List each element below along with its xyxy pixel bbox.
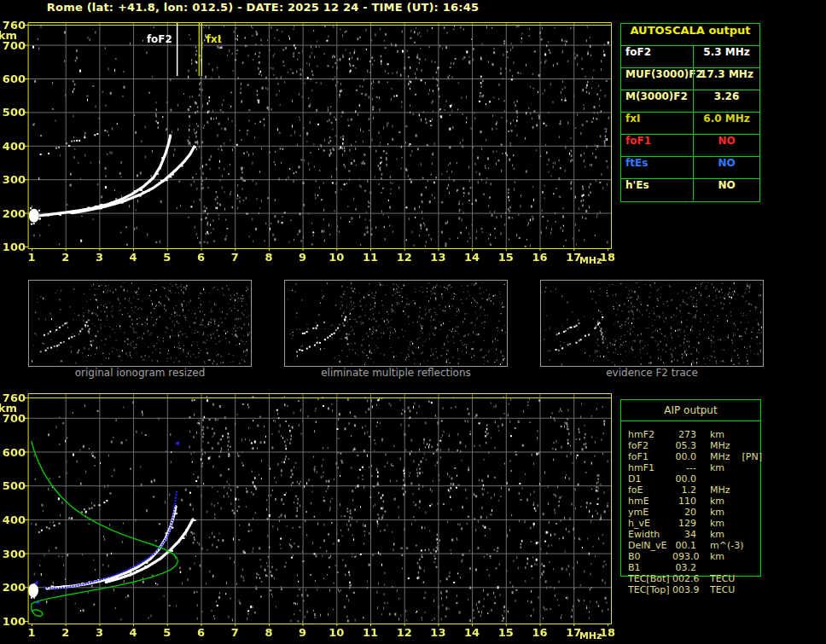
row-value: NO — [693, 135, 759, 156]
aip-row-foe: foE1.2MHz — [628, 484, 760, 496]
aip-row-b0: B0093.0km — [628, 551, 760, 562]
row-value: 20 — [672, 507, 696, 518]
row-unit: MHz — [696, 440, 730, 451]
aip-row-hmf1: hmF1---km — [628, 462, 760, 473]
row-unit: MHz — [696, 484, 730, 496]
row-unit: km — [696, 507, 724, 518]
row-value: 05.3 — [672, 440, 696, 451]
aip-table-header: AIP output — [621, 400, 760, 421]
row-unit: km — [696, 429, 724, 440]
row-value: 002.6 — [672, 573, 696, 584]
autoscala-output-table: AUTOSCALA output foF2 5.3 MHz MUF(3000)F… — [620, 23, 760, 202]
row-unit: km — [696, 462, 724, 473]
row-unit: m^(-3) — [696, 540, 743, 551]
row-label: TEC[Bot] — [628, 573, 672, 584]
aip-row-fof2: foF205.3MHz — [628, 440, 760, 451]
aip-row-ewidth: Ewidth34km — [628, 529, 760, 540]
aip-row-hve: h_vE129km — [628, 518, 760, 529]
row-label: B1 — [628, 562, 672, 573]
aip-row-yme: ymE20km — [628, 507, 760, 518]
aip-row-tecbot: TEC[Bot]002.6TECU — [628, 573, 760, 584]
row-value: 3.26 — [693, 90, 759, 112]
row-value: 273 — [672, 429, 696, 440]
row-label: foF1 — [621, 135, 693, 156]
row-unit: MHz — [696, 451, 730, 462]
aip-row-fof1: foF100.0MHz[PN] — [628, 451, 760, 462]
row-unit: TECU — [696, 584, 735, 595]
row-label: foF2 — [628, 440, 672, 451]
row-unit: km — [696, 529, 724, 540]
aip-row-hmf2: hmF2273km — [628, 429, 760, 440]
row-label: B0 — [628, 551, 672, 562]
table-row-muf3000f2: MUF(3000)F2 17.3 MHz — [621, 68, 759, 90]
thumbnail-eliminate-reflections — [284, 280, 508, 367]
row-value: 093.0 — [672, 551, 696, 562]
row-label: ftEs — [621, 157, 693, 178]
aip-row-delnve: DelN_vE00.1m^(-3) — [628, 540, 760, 551]
row-value: 5.3 MHz — [693, 46, 759, 67]
aip-row-b1: B103.2 — [628, 562, 760, 573]
row-value: 00.0 — [672, 473, 696, 484]
aip-row-tectop: TEC[Top]003.9TECU — [628, 584, 760, 595]
row-value: 6.0 MHz — [693, 113, 759, 134]
row-value: 17.3 MHz — [693, 68, 759, 90]
row-value: 129 — [672, 518, 696, 529]
station-title: Rome (lat: +41.8, lon: 012.5) - DATE: 20… — [0, 1, 526, 14]
row-label: hmF2 — [628, 429, 672, 440]
row-unit: km — [696, 496, 724, 507]
row-unit: TECU — [696, 573, 735, 584]
row-value: NO — [693, 157, 759, 178]
thumbnail-caption: eliminate multiple reflections — [284, 367, 508, 379]
row-label: hmE — [628, 496, 672, 507]
aip-rows: hmF2273km foF205.3MHz foF100.0MHz[PN] hm… — [621, 421, 760, 595]
row-value: 1.2 — [672, 484, 696, 496]
row-label: foF1 — [628, 451, 672, 462]
row-label: hmF1 — [628, 462, 672, 473]
row-value: NO — [693, 179, 759, 200]
thumbnail-caption: original ionogram resized — [28, 367, 252, 379]
autoscala-table-header: AUTOSCALA output — [621, 24, 759, 46]
row-label: ymE — [628, 507, 672, 518]
table-row-fof1: foF1 NO — [621, 135, 759, 157]
row-label: fxI — [621, 113, 693, 134]
table-row-m3000f2: M(3000)F2 3.26 — [621, 90, 759, 113]
autoscala-app-window: Rome (lat: +41.8, lon: 012.5) - DATE: 20… — [0, 0, 826, 644]
row-value: 003.9 — [672, 584, 696, 595]
row-label: h_vE — [628, 518, 672, 529]
row-unit: km — [696, 551, 724, 562]
row-unit: km — [696, 518, 724, 529]
row-label: h'Es — [621, 179, 693, 200]
aip-row-hme: hmE110km — [628, 496, 760, 507]
row-label: foE — [628, 484, 672, 496]
row-value: 110 — [672, 496, 696, 507]
thumbnail-original-ionogram — [28, 280, 252, 367]
thumbnail-caption: evidence F2 trace — [540, 367, 764, 379]
table-row-hes: h'Es NO — [621, 179, 759, 200]
row-value: 34 — [672, 529, 696, 540]
row-label: Ewidth — [628, 529, 672, 540]
table-row-fof2: foF2 5.3 MHz — [621, 46, 759, 68]
thumbnail-evidence-f2-trace — [540, 280, 764, 367]
row-value: --- — [672, 462, 696, 473]
table-row-ftes: ftEs NO — [621, 157, 759, 179]
row-value: 00.1 — [672, 540, 696, 551]
row-note: [PN] — [730, 451, 762, 462]
row-label: DelN_vE — [628, 540, 672, 551]
table-row-fxi: fxI 6.0 MHz — [621, 113, 759, 135]
bottom-ionogram-canvas — [0, 391, 618, 641]
aip-output-table: AIP output hmF2273km foF205.3MHz foF100.… — [620, 399, 761, 577]
row-unit — [696, 562, 710, 573]
row-label: MUF(3000)F2 — [621, 68, 693, 90]
row-label: M(3000)F2 — [621, 90, 693, 112]
top-ionogram-canvas — [0, 15, 618, 268]
row-value: 03.2 — [672, 562, 696, 573]
row-label: TEC[Top] — [628, 584, 672, 595]
row-unit — [696, 473, 710, 484]
row-value: 00.0 — [672, 451, 696, 462]
aip-row-d1: D100.0 — [628, 473, 760, 484]
row-label: D1 — [628, 473, 672, 484]
row-label: foF2 — [621, 46, 693, 67]
